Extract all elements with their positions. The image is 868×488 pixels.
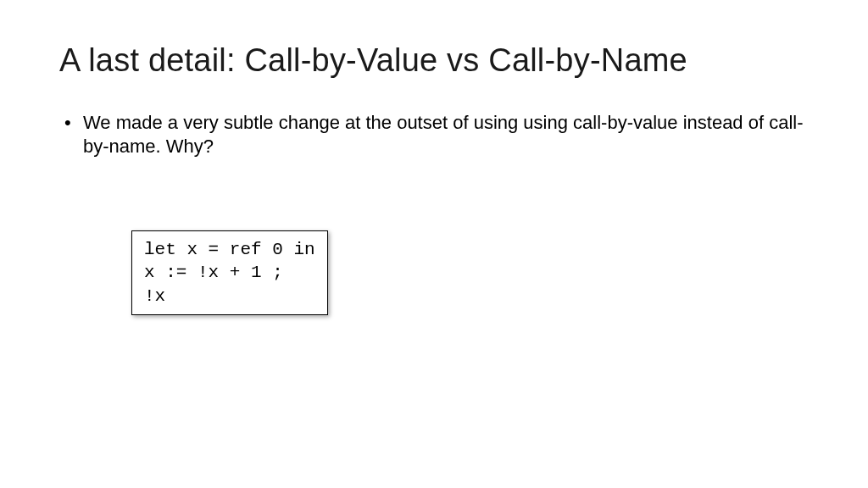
bullet-list: We made a very subtle change at the outs… xyxy=(59,111,809,158)
bullet-item: We made a very subtle change at the outs… xyxy=(64,111,809,158)
code-example-box: let x = ref 0 in x := !x + 1 ; !x xyxy=(131,230,328,315)
slide-title: A last detail: Call-by-Value vs Call-by-… xyxy=(59,42,809,79)
